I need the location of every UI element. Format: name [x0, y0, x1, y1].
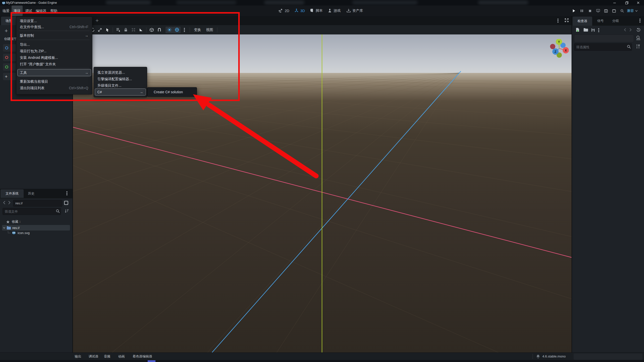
play-remote-button[interactable]: [595, 8, 601, 14]
tab-groups[interactable]: 分组: [609, 17, 622, 25]
menu-item-pack-zip[interactable]: 项目打包为 ZIP...: [18, 48, 91, 54]
split-view-icon[interactable]: [64, 201, 68, 205]
new-scene-tab-button[interactable]: +: [94, 18, 100, 24]
tab-2d[interactable]: 2D: [279, 6, 289, 16]
sort-icon[interactable]: [65, 209, 69, 213]
history-forward-icon[interactable]: [629, 28, 632, 31]
resource-options-icon[interactable]: [598, 28, 599, 32]
nav-forward-icon[interactable]: [8, 201, 11, 204]
tab-filesystem[interactable]: 文件系统: [1, 189, 24, 198]
save-icon[interactable]: [591, 28, 595, 32]
folder-icon: [7, 226, 11, 230]
menu-project[interactable]: 项目: [12, 6, 23, 16]
snap-icon[interactable]: [155, 27, 163, 33]
tab-game[interactable]: 游戏: [328, 6, 341, 16]
godot-logo-icon: [2, 1, 6, 6]
load-resource-icon[interactable]: [584, 28, 588, 32]
group-icon[interactable]: [130, 27, 137, 33]
menu-item-project-settings[interactable]: 项目设置...: [18, 18, 91, 24]
manage-object-properties-icon[interactable]: [636, 44, 640, 49]
download-icon: [347, 9, 351, 13]
sun-environment-options-icon[interactable]: [181, 27, 188, 33]
filter-properties-input[interactable]: [574, 43, 632, 51]
menu-debug[interactable]: 调试: [24, 6, 34, 16]
svg-text:X: X: [565, 49, 567, 52]
open-docs-icon[interactable]: DOC: [635, 35, 641, 41]
menu-item-quit-to-project-list[interactable]: 退出到项目列表 Ctrl+Shift+Q: [18, 85, 91, 91]
tab-inspector[interactable]: 检查器: [573, 17, 592, 26]
scene-tabs-options-icon[interactable]: [557, 19, 558, 23]
menu-help[interactable]: 帮助: [49, 6, 59, 16]
submenu-arrow-icon: →: [140, 89, 143, 95]
bottom-tab-output[interactable]: 输出: [75, 353, 81, 360]
menu-item-version-control[interactable]: 版本控制 →: [18, 32, 91, 39]
filter-files-input[interactable]: [3, 208, 61, 215]
menu-item-install-android-template[interactable]: 安装 Android 构建模板...: [18, 54, 91, 61]
menu-item-upgrade-project-files[interactable]: 升级项目文件...: [95, 82, 146, 89]
scale-mode-icon[interactable]: [96, 27, 104, 33]
project-menu-popup: 项目设置... 在文件中查找... Ctrl+Shift+F 版本控制 → 导出…: [16, 17, 92, 95]
bottom-tab-debugger[interactable]: 调试器: [89, 353, 98, 360]
edit-history-icon[interactable]: [636, 28, 640, 32]
lock-icon[interactable]: [122, 27, 130, 33]
preview-sun-toggle[interactable]: [166, 27, 173, 33]
minimize-button[interactable]: [611, 0, 618, 6]
tab-3d[interactable]: 3D: [294, 6, 305, 16]
menu-item-csharp[interactable]: C# →: [95, 89, 146, 95]
menu-item-reload-project[interactable]: 重新加载当前项目: [18, 78, 91, 85]
inspector-dock-options-icon[interactable]: [639, 19, 640, 23]
restore-button[interactable]: [623, 0, 630, 6]
dock-options-icon[interactable]: [66, 191, 67, 195]
close-button[interactable]: [634, 0, 642, 6]
bottom-tab-animation[interactable]: 动画: [118, 353, 125, 360]
notification-bell-icon[interactable]: [536, 354, 540, 358]
menu-item-open-user-data-folder[interactable]: 打开 “用户数据” 文件夹: [18, 61, 91, 67]
plus-icon: +: [5, 74, 8, 79]
select-mode-icon[interactable]: [104, 27, 111, 33]
ruler-mode-icon[interactable]: [137, 27, 145, 33]
game-icon: [328, 9, 332, 13]
view-axis-gizmo[interactable]: Y X Z: [550, 39, 569, 59]
bottom-tab-audio[interactable]: 音频: [104, 353, 110, 360]
menu-item-create-csharp-solution[interactable]: Create C# solution: [149, 89, 195, 95]
play-custom-scene-button[interactable]: [611, 8, 617, 14]
tab-history[interactable]: 历史: [25, 189, 37, 198]
distraction-free-icon[interactable]: [565, 18, 569, 22]
expand-bottom-panel-button[interactable]: [574, 353, 642, 360]
play-button[interactable]: [571, 8, 577, 14]
camera-preview-icon[interactable]: [148, 27, 155, 33]
nav-back-icon[interactable]: [3, 201, 6, 204]
resource-name-box[interactable]: [574, 34, 634, 42]
pause-button[interactable]: [579, 8, 585, 14]
version-label[interactable]: 4.6.stable.mono: [542, 353, 566, 360]
bottom-tab-shader-editor[interactable]: 着色器编辑器: [133, 353, 152, 360]
new-resource-icon[interactable]: [576, 28, 580, 32]
tab-scene-dock[interactable]: 场景: [1, 17, 17, 25]
tab-script[interactable]: 脚本: [310, 6, 323, 16]
transform-menu[interactable]: 变换: [191, 28, 204, 32]
tab-asset-library[interactable]: 资产库: [347, 6, 363, 16]
tab-signals[interactable]: 信号: [594, 17, 607, 25]
menu-item-find-in-files[interactable]: 在文件中查找... Ctrl+Shift+F: [18, 24, 91, 30]
history-back-icon[interactable]: [624, 28, 626, 31]
tree-line: [8, 231, 11, 235]
menu-item-orphan-resource-explorer[interactable]: 孤立资源浏览器...: [95, 69, 146, 76]
play-scene-button[interactable]: [603, 8, 609, 14]
tree-row-iconsvg[interactable]: icon.svg: [8, 231, 30, 235]
select-list-icon[interactable]: [114, 27, 122, 33]
menu-item-export[interactable]: 导出...: [18, 41, 91, 48]
menu-item-tools[interactable]: 工具 →: [18, 69, 91, 76]
add-node-button[interactable]: +: [3, 28, 10, 34]
renderer-selector[interactable]: 兼容: [627, 6, 638, 16]
menu-editor[interactable]: 编辑器: [34, 6, 48, 16]
stop-button[interactable]: [587, 8, 593, 14]
preview-environment-toggle[interactable]: [173, 27, 181, 33]
viewport-3d[interactable]: [73, 34, 572, 352]
csharp-submenu-popup: Create C# solution: [147, 87, 197, 97]
movie-maker-button[interactable]: [619, 8, 625, 14]
menu-item-engine-compile-config[interactable]: 引擎编译配置编辑器...: [95, 76, 146, 82]
menu-scene[interactable]: 场景: [1, 6, 11, 16]
tree-row-res[interactable]: res://: [2, 225, 70, 231]
view-menu[interactable]: 视图: [204, 28, 216, 32]
path-field[interactable]: [13, 200, 62, 207]
